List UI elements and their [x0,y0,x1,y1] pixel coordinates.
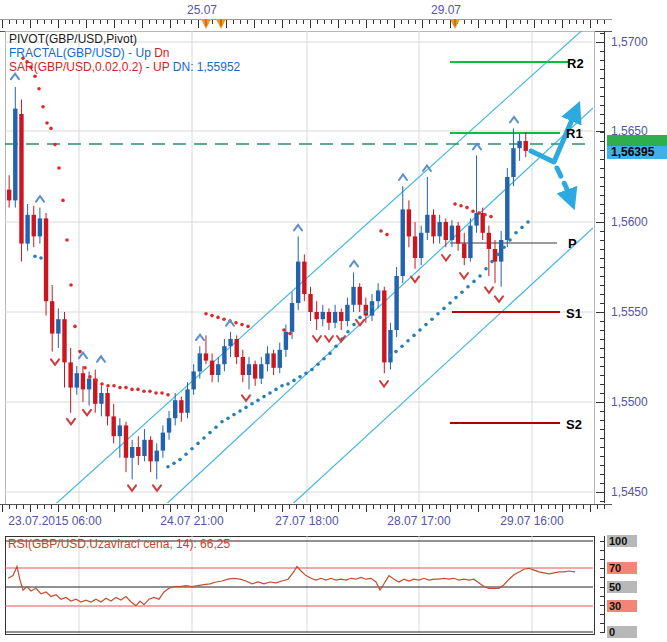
candle-body [450,226,454,240]
pivot-label-S2: S2 [566,417,582,432]
pivot-label-P: P [568,236,577,251]
sar-dot-above [45,121,49,125]
time-tick [233,20,234,24]
candle-body [68,362,72,387]
time-tick [513,20,514,24]
main-chart-canvas[interactable] [5,31,593,503]
sar-dot-above [471,209,475,213]
price-tick-minor [600,168,604,169]
candle-body [284,332,288,350]
candle-body [155,451,159,462]
sar-dot-below [202,436,206,440]
candle-body [62,319,66,362]
price-tick-minor [600,114,604,115]
price-tick-minor [600,330,604,331]
time-tick [149,505,150,509]
legend-fractal-up: Up [135,46,150,60]
candle-body [179,400,183,413]
fractal-up-icon [36,196,44,202]
price-tick-major [596,312,604,313]
time-tick [261,20,262,24]
candle-body [302,262,306,294]
price-axis-label: 1,5700 [611,35,648,49]
time-tick [191,20,192,24]
time-tick [415,505,416,509]
sar-dot-below [508,238,512,242]
time-tick [478,20,479,28]
candle-body [7,190,11,201]
candle-body [235,339,239,357]
time-tick [373,505,374,509]
price-tick-minor [600,420,604,421]
time-tick [16,505,17,509]
time-tick [492,505,493,509]
candle-body [314,312,318,319]
sar-dot-above [94,379,98,383]
sar-dot-below [292,379,296,383]
sar-dot-above [477,211,481,215]
bottom-date-label: 27.07 18:00 [275,514,338,528]
price-tick-minor [600,321,604,322]
bottom-time-ruler[interactable] [0,504,612,514]
candle-body [222,346,226,364]
bottom-date-label: 24.07 21:00 [160,514,223,528]
time-tick [282,505,283,512]
time-tick [513,505,514,509]
candle-body [216,364,220,375]
time-tick [408,505,409,509]
sar-dot-above [100,382,104,386]
sar-dot-above [483,213,487,217]
channel-lines [49,31,593,503]
candle-body [19,114,23,244]
price-tick-minor [600,294,604,295]
fractal-up-icon [196,335,204,341]
sar-dot-above [465,206,469,210]
sar-dot-below [460,290,464,294]
channel-line [286,228,593,503]
time-tick [429,20,430,24]
fractals-layer [11,74,518,491]
sar-dot-below [496,253,500,257]
candle-body [185,389,189,412]
sar-dot-below [310,368,314,372]
rsi-indicator-label: RSI(GBP/USD.Uzavírací cena, 14): 66,25 [8,537,230,551]
time-tick [583,20,584,24]
time-tick [604,505,605,509]
bottom-date-label: 29.07 16:00 [500,514,563,528]
time-tick [569,505,570,509]
rsi-badge-30: 30 [607,600,637,612]
pivot-level-lines [450,62,570,423]
bearish-arrow-icon [557,168,572,203]
candle-body [413,236,417,258]
candle-body [148,440,152,462]
fractal-down-icon [495,296,503,302]
time-tick [443,505,444,509]
candle-body [296,262,300,303]
time-tick [100,505,101,509]
time-tick [583,505,584,509]
time-tick [450,505,451,512]
fractal-up-icon [294,225,302,231]
time-tick [436,505,437,509]
candle-body [321,312,325,319]
sar-dot-above [41,105,45,109]
time-tick [422,505,423,512]
time-tick [331,20,332,24]
legend-fractal: FRACTAL(GBP/USD) - Up Dn [9,46,240,60]
sar-dot-above [106,384,110,388]
candle-body [401,209,405,276]
pivot-label-R1: R1 [566,126,583,141]
sar-dot-below [298,375,302,379]
time-tick [16,20,17,24]
time-tick [303,505,304,509]
time-tick [254,20,255,28]
time-tick [324,20,325,24]
candle-body [259,364,263,378]
time-tick [79,505,80,509]
sar-dot-below [178,458,182,462]
price-tick-minor [600,501,604,502]
rsi-tick [600,605,604,606]
time-tick [366,505,367,512]
sar-dot-above [112,384,116,388]
sar-dot-below [328,352,332,356]
